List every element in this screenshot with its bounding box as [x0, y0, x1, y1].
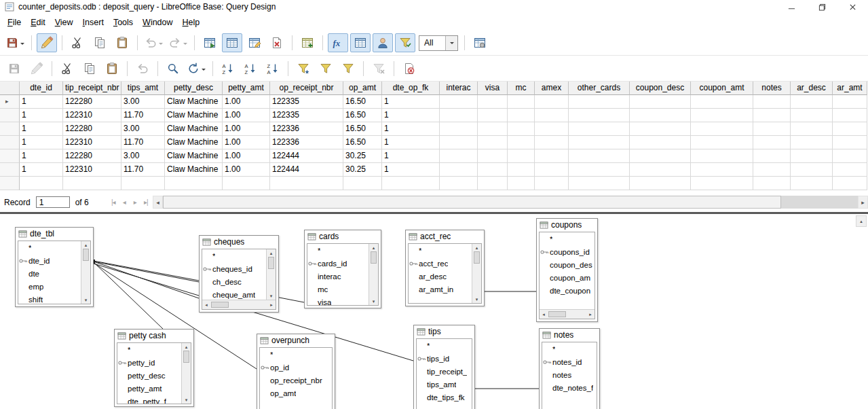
field-star[interactable]: *	[540, 232, 595, 245]
cell[interactable]	[630, 122, 691, 136]
table-title[interactable]: cheques	[200, 236, 278, 248]
cell[interactable]	[440, 177, 478, 190]
cell[interactable]	[691, 109, 753, 122]
field-op_amt[interactable]: op_amt	[260, 387, 332, 399]
cell[interactable]	[508, 122, 535, 136]
cell[interactable]: 1	[382, 95, 440, 109]
field-dte_notes_f[interactable]: dte_notes_f	[542, 381, 597, 394]
cell[interactable]	[535, 122, 569, 136]
cell[interactable]	[343, 177, 382, 190]
cell[interactable]	[508, 163, 535, 177]
cell[interactable]	[630, 109, 691, 122]
sort-button[interactable]: AZ	[218, 59, 238, 78]
sort-descending-button[interactable]: ZA	[263, 59, 283, 78]
clear-query-button[interactable]	[222, 33, 242, 52]
scroll-right-icon[interactable]: ▸	[586, 312, 595, 317]
column-header-tips_amt[interactable]: tips_amt	[121, 82, 165, 95]
cell[interactable]	[569, 122, 630, 136]
paste-button-data[interactable]	[102, 59, 122, 78]
column-header-notes[interactable]: notes	[753, 82, 791, 95]
cell[interactable]	[535, 177, 569, 190]
cell[interactable]	[20, 177, 63, 190]
run-query-button[interactable]	[200, 33, 220, 52]
find-record-button[interactable]	[163, 59, 183, 78]
cell[interactable]: Claw Machine	[165, 122, 223, 136]
cell[interactable]	[508, 109, 535, 122]
cell[interactable]	[569, 95, 630, 109]
cell[interactable]: 1.00	[223, 136, 270, 149]
cell[interactable]: 122310	[63, 163, 121, 177]
last-record-button[interactable]: ▸|	[142, 198, 150, 206]
cell[interactable]	[569, 109, 630, 122]
table-window-notes[interactable]: notes*notes_idnotesdte_notes_f	[539, 328, 600, 409]
cell[interactable]	[478, 95, 508, 109]
cell[interactable]	[478, 109, 508, 122]
field-star[interactable]: *	[409, 244, 472, 257]
cell[interactable]	[440, 122, 478, 136]
scrollbar-thumb[interactable]	[268, 257, 274, 269]
cell[interactable]: 3.00	[121, 149, 165, 163]
scroll-right-icon[interactable]: ▸	[267, 302, 276, 308]
cell[interactable]: 122280	[63, 95, 121, 109]
cell[interactable]	[165, 177, 223, 190]
cell[interactable]	[791, 163, 833, 177]
query-properties-button[interactable]	[470, 33, 490, 52]
field-cards_id[interactable]: cards_id	[307, 257, 369, 270]
cell[interactable]	[569, 136, 630, 149]
table-window-coupons[interactable]: coupons*coupons_idcoupon_descoupon_amdte…	[536, 218, 598, 322]
scroll-left-icon[interactable]: ◂	[540, 312, 548, 317]
cell[interactable]	[478, 163, 508, 177]
cell[interactable]: 11.70	[121, 163, 165, 177]
field-coupons_id[interactable]: coupons_id	[540, 245, 595, 258]
run-sql-directly-button[interactable]	[267, 33, 287, 52]
cell[interactable]	[508, 149, 535, 163]
cell[interactable]: 1	[382, 149, 440, 163]
cell[interactable]	[833, 177, 867, 190]
field-star[interactable]: *	[417, 339, 472, 352]
cell[interactable]: 1	[20, 149, 63, 163]
table-window-cheques[interactable]: cheques*cheques_idch_desccheque_amt▴▾◂▸	[199, 235, 279, 313]
dropdown-arrow-icon[interactable]	[182, 34, 188, 52]
scroll-down-icon[interactable]: ▾	[476, 296, 478, 303]
cell[interactable]: Claw Machine	[165, 136, 223, 149]
field-star[interactable]: *	[202, 249, 266, 262]
table-title[interactable]: dte_tbl	[16, 228, 93, 240]
field-star[interactable]: *	[307, 244, 369, 257]
table-vertical-scrollbar[interactable]: ▴▾	[266, 249, 276, 300]
copy-button-data[interactable]	[79, 59, 100, 78]
cell[interactable]: 1	[382, 122, 440, 136]
cell[interactable]	[535, 136, 569, 149]
scroll-up-icon[interactable]: ▴	[270, 249, 273, 257]
field-ar_amt_in[interactable]: ar_amt_in	[409, 283, 472, 296]
column-header-ar_desc[interactable]: ar_desc	[791, 82, 833, 95]
row-header[interactable]	[0, 136, 20, 149]
cell[interactable]	[630, 163, 691, 177]
menu-edit[interactable]: Edit	[26, 16, 50, 29]
sort-ascending-button[interactable]: AZ	[240, 59, 261, 78]
cell[interactable]	[753, 95, 791, 109]
functions-button[interactable]: fx	[328, 33, 348, 52]
table-window-petty-cash[interactable]: petty cash*petty_idpetty_descpetty_amtdt…	[114, 329, 194, 407]
cell[interactable]: Claw Machine	[165, 95, 223, 109]
cell[interactable]	[535, 109, 569, 122]
scroll-down-icon[interactable]: ▾	[270, 292, 273, 300]
field-dte_coupon[interactable]: dte_coupon	[540, 284, 595, 297]
column-header-coupon_amt[interactable]: coupon_amt	[691, 82, 753, 95]
copy-button[interactable]	[90, 33, 110, 52]
design-scroll-up-button[interactable]: ▴	[856, 215, 867, 227]
dropdown-arrow-icon[interactable]	[157, 34, 164, 52]
table-window-overpunch[interactable]: overpunch*op_idop_receipt_nbrop_amt	[257, 334, 335, 409]
table-window-tips[interactable]: tips*tips_idtip_receipt_tips_amtdte_tips…	[413, 325, 475, 409]
row-header[interactable]	[0, 163, 20, 177]
cell[interactable]	[833, 122, 867, 136]
cell[interactable]	[508, 177, 535, 190]
field-coupon_am[interactable]: coupon_am	[540, 271, 595, 284]
cell[interactable]	[630, 177, 691, 190]
scroll-down-icon[interactable]: ▾	[85, 296, 88, 304]
cell[interactable]: 1	[20, 163, 63, 177]
table-window-dte_tbl[interactable]: dte_tbl*dte_iddteempshift▴▾	[15, 227, 94, 307]
field-op_receipt_nbr[interactable]: op_receipt_nbr	[260, 374, 332, 387]
cell[interactable]: 1.00	[223, 95, 270, 109]
field-op_id[interactable]: op_id	[260, 361, 332, 374]
field-star[interactable]: *	[542, 342, 597, 355]
